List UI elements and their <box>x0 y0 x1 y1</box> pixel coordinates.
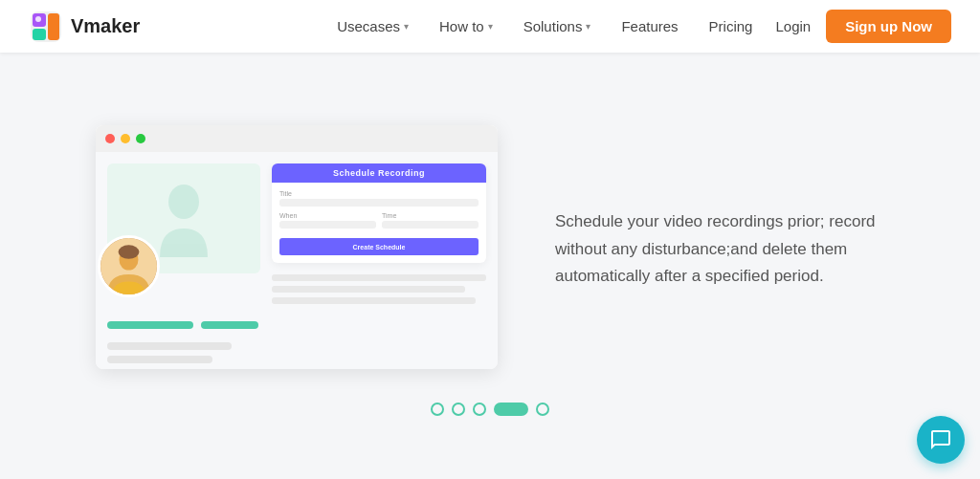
svg-point-5 <box>168 185 199 219</box>
when-time-row: When Time <box>279 212 479 229</box>
when-label: When <box>279 212 376 219</box>
green-bar-1 <box>107 321 193 329</box>
title-field: Title <box>279 190 479 207</box>
gray-line-1 <box>272 274 486 281</box>
time-input-bar <box>382 221 479 229</box>
logo-area[interactable]: Vmaker <box>29 10 140 44</box>
browser-topbar <box>96 125 498 152</box>
nav-item-usecases[interactable]: Usecases ▾ <box>337 18 409 34</box>
page-dot-3[interactable] <box>473 403 486 416</box>
avatar-circle <box>98 235 160 297</box>
chat-icon <box>929 428 952 451</box>
chevron-icon: ▾ <box>404 21 409 32</box>
page-dot-2[interactable] <box>452 403 465 416</box>
profile-silhouette <box>155 181 212 257</box>
main-content: Schedule Recording Title When <box>0 53 980 479</box>
navbar: Vmaker Usecases ▾ How to ▾ Solutions ▾ F… <box>0 0 980 53</box>
nav-item-pricing[interactable]: Pricing <box>709 18 753 34</box>
svg-rect-3 <box>48 13 59 40</box>
dot-yellow <box>121 134 130 143</box>
nav-item-howto[interactable]: How to ▾ <box>439 18 493 34</box>
green-bar-2 <box>201 321 258 329</box>
pagination-dots <box>431 403 549 416</box>
svg-rect-2 <box>33 29 46 40</box>
page-dot-5[interactable] <box>536 403 549 416</box>
slide-description: Schedule your video recordings prior; re… <box>555 208 903 292</box>
profile-panel <box>107 163 260 358</box>
dot-green <box>136 134 145 143</box>
chevron-icon: ▾ <box>488 21 493 32</box>
schedule-header: Schedule Recording <box>272 163 486 183</box>
schedule-card: Schedule Recording Title When <box>272 163 486 263</box>
gray-bar-1 <box>107 342 232 350</box>
nav-links: Usecases ▾ How to ▾ Solutions ▾ Features… <box>337 18 752 34</box>
dot-red <box>105 134 115 143</box>
login-link[interactable]: Login <box>775 18 811 34</box>
page-dot-4-active[interactable] <box>494 403 528 416</box>
nav-item-solutions[interactable]: Solutions ▾ <box>523 18 591 34</box>
create-schedule-btn[interactable]: Create Schedule <box>279 238 479 255</box>
time-label: Time <box>382 212 479 219</box>
gray-line-2 <box>272 286 465 293</box>
svg-point-8 <box>119 245 140 259</box>
chat-bubble-button[interactable] <box>917 416 965 464</box>
gray-bar-2 <box>107 356 212 363</box>
gray-line-3 <box>272 297 476 304</box>
browser-body: Schedule Recording Title When <box>96 152 498 369</box>
brand-name: Vmaker <box>71 15 140 37</box>
schedule-panel: Schedule Recording Title When <box>272 163 486 358</box>
browser-window: Schedule Recording Title When <box>96 125 498 369</box>
signup-button[interactable]: Sign up Now <box>826 10 951 43</box>
time-field: Time <box>382 212 479 229</box>
page-dot-1[interactable] <box>431 403 444 416</box>
title-input-bar <box>279 199 479 207</box>
chevron-icon: ▾ <box>586 21 590 32</box>
when-input-bar <box>279 221 376 229</box>
schedule-body: Title When Time <box>272 183 486 263</box>
text-content: Schedule your video recordings prior; re… <box>555 208 903 292</box>
svg-point-4 <box>35 16 41 22</box>
slide-area: Schedule Recording Title When <box>0 116 980 383</box>
title-label: Title <box>279 190 479 197</box>
nav-item-features[interactable]: Features <box>621 18 678 34</box>
logo-icon <box>29 10 63 44</box>
illustration: Schedule Recording Title When <box>77 116 498 383</box>
lines-group <box>107 321 260 369</box>
when-field: When <box>279 212 376 229</box>
profile-card <box>107 163 260 273</box>
